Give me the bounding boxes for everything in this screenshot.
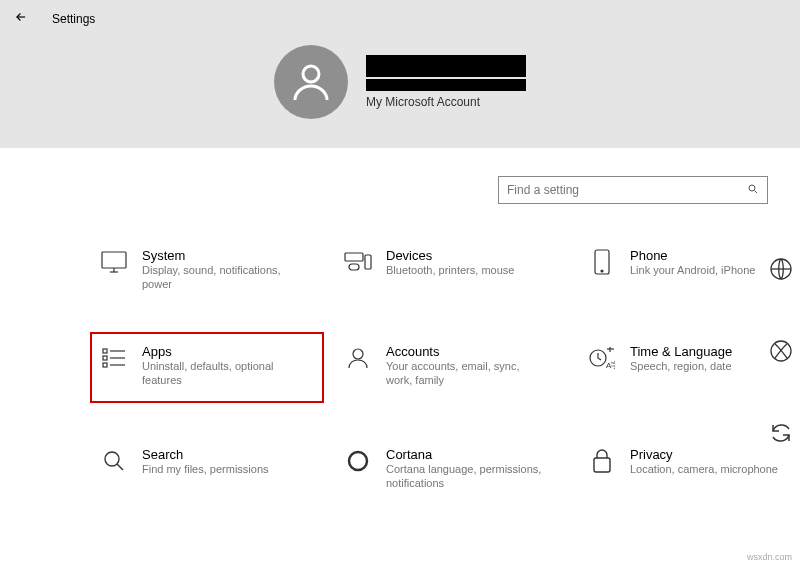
search-icon [747, 183, 759, 198]
svg-point-15 [349, 452, 367, 470]
tile-apps[interactable]: Apps Uninstall, defaults, optional featu… [92, 334, 322, 402]
svg-rect-8 [103, 349, 107, 353]
search-input[interactable] [507, 183, 747, 197]
svg-rect-2 [102, 252, 126, 268]
tile-desc: Cortana language, permissions, notificat… [386, 462, 546, 491]
settings-grid: System Display, sound, notifications, po… [0, 204, 800, 497]
tile-devices[interactable]: Devices Bluetooth, printers, mouse [336, 242, 566, 298]
tile-title: Search [142, 447, 269, 462]
privacy-icon [588, 447, 616, 475]
tile-accounts[interactable]: Accounts Your accounts, email, sync, wor… [336, 338, 566, 402]
tile-desc: Bluetooth, printers, mouse [386, 263, 514, 277]
tile-system[interactable]: System Display, sound, notifications, po… [92, 242, 322, 298]
tile-desc: Your accounts, email, sync, work, family [386, 359, 546, 388]
tile-search[interactable]: Search Find my files, permissions [92, 441, 322, 497]
tile-desc: Display, sound, notifications, power [142, 263, 302, 292]
side-icons [768, 256, 800, 446]
tile-title: Devices [386, 248, 514, 263]
redacted-email [366, 79, 526, 91]
svg-rect-10 [103, 363, 107, 367]
tile-desc: Location, camera, microphone [630, 462, 778, 476]
svg-point-14 [105, 452, 119, 466]
svg-point-1 [749, 185, 755, 191]
tile-desc: Speech, region, date [630, 359, 732, 373]
titlebar: Settings [0, 0, 800, 37]
tile-privacy[interactable]: Privacy Location, camera, microphone [580, 441, 800, 497]
globe-icon[interactable] [768, 256, 794, 282]
header: Settings My Microsoft Account [0, 0, 800, 148]
svg-rect-9 [103, 356, 107, 360]
svg-rect-3 [345, 253, 363, 261]
devices-icon [344, 248, 372, 276]
tile-title: Apps [142, 344, 302, 359]
tile-title: Cortana [386, 447, 546, 462]
profile-block: My Microsoft Account [0, 45, 800, 119]
cortana-icon [344, 447, 372, 475]
time-language-icon: A字 [588, 344, 616, 372]
tile-desc: Uninstall, defaults, optional features [142, 359, 302, 388]
tile-cortana[interactable]: Cortana Cortana language, permissions, n… [336, 441, 566, 497]
page-title: Settings [52, 12, 95, 26]
search-tile-icon [100, 447, 128, 475]
svg-text:A字: A字 [606, 361, 615, 370]
svg-rect-5 [349, 264, 359, 270]
system-icon [100, 248, 128, 276]
tile-desc: Link your Android, iPhone [630, 263, 755, 277]
svg-rect-16 [594, 458, 610, 472]
tile-title: Time & Language [630, 344, 732, 359]
redacted-name [366, 55, 526, 77]
person-icon [287, 58, 335, 106]
account-link[interactable]: My Microsoft Account [366, 95, 526, 109]
back-button[interactable] [10, 6, 32, 31]
tile-phone[interactable]: Phone Link your Android, iPhone [580, 242, 800, 298]
svg-rect-4 [365, 255, 371, 269]
arrow-left-icon [14, 10, 28, 24]
profile-text: My Microsoft Account [366, 55, 526, 109]
tile-title: Privacy [630, 447, 778, 462]
apps-icon [100, 344, 128, 372]
tile-desc: Find my files, permissions [142, 462, 269, 476]
phone-icon [588, 248, 616, 276]
svg-point-11 [353, 349, 363, 359]
tile-title: Phone [630, 248, 755, 263]
tile-time-language[interactable]: A字 Time & Language Speech, region, date [580, 338, 800, 402]
avatar[interactable] [274, 45, 348, 119]
xbox-icon[interactable] [768, 338, 794, 364]
svg-point-0 [303, 66, 319, 82]
search-box[interactable] [498, 176, 768, 204]
tile-title: Accounts [386, 344, 546, 359]
svg-point-7 [601, 270, 603, 272]
watermark: wsxdn.com [747, 552, 792, 562]
search-wrap [0, 148, 800, 204]
accounts-icon [344, 344, 372, 372]
sync-icon[interactable] [768, 420, 794, 446]
tile-title: System [142, 248, 302, 263]
